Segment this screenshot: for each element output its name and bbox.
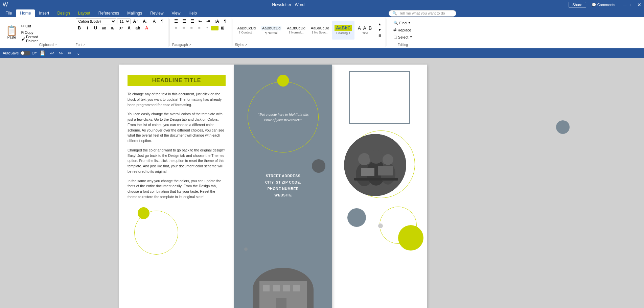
font-size-select[interactable]: 11 <box>117 18 131 24</box>
highlight-button[interactable]: ab <box>133 25 142 31</box>
format-painter-label: Format Painter <box>26 35 38 43</box>
address-line4: WEBSITE <box>265 192 301 198</box>
svg-rect-5 <box>293 285 300 291</box>
style-heading1[interactable]: AaBbC Heading 1 <box>332 21 354 40</box>
style-normal2[interactable]: AaBbCcDd ¶ Normal... <box>284 21 307 40</box>
show-paragraph-button[interactable]: ¶ <box>222 18 229 24</box>
share-button[interactable]: Share <box>569 2 586 8</box>
cut-button[interactable]: ✂ Cut <box>20 23 39 29</box>
format-painter-icon: 🖌 <box>21 37 25 41</box>
search-icon: 🔍 <box>392 11 397 16</box>
decrease-font-button[interactable]: A↓ <box>141 18 150 24</box>
superscript-button[interactable]: X² <box>117 26 124 31</box>
styles-scroll-down[interactable]: ▼ <box>376 27 384 32</box>
align-left-button[interactable]: ≡ <box>172 25 180 31</box>
search-bar[interactable]: 🔍 Tell me what you want to do <box>389 10 456 17</box>
increase-font-button[interactable]: A↑ <box>131 18 140 24</box>
style-nospace-label: ¶ No Spac... <box>312 31 328 34</box>
tab-view[interactable]: View <box>168 9 185 17</box>
bullets-button[interactable]: ☰ <box>172 18 180 24</box>
style-nospace-preview: AaBbCcDd <box>311 26 329 30</box>
tab-help[interactable]: Help <box>184 9 201 17</box>
quote-circle[interactable]: “Put a quote here to highlight this issu… <box>248 81 319 152</box>
style-nospace[interactable]: AaBbCcDd ¶ No Spac... <box>308 21 331 40</box>
paragraph-expand-icon[interactable]: ↗ <box>189 43 191 46</box>
editing-controls: 🔍 Find ▼ ⇄ Replace ⬚ Select ▼ <box>390 18 416 42</box>
align-center-button[interactable]: ≡ <box>180 25 187 31</box>
bold-button[interactable]: B <box>76 25 83 31</box>
body-text-1[interactable]: To change any of the text in this docume… <box>128 92 226 108</box>
italic-button[interactable]: I <box>84 25 91 31</box>
undo-button[interactable]: ↩ <box>48 49 56 57</box>
paste-button[interactable]: 📋 Paste <box>3 18 20 47</box>
cut-label: Cut <box>25 24 31 28</box>
close-icon[interactable]: ✕ <box>637 2 641 7</box>
numbering-button[interactable]: ☰ <box>180 18 188 24</box>
multilevel-button[interactable]: ☰ <box>188 18 196 24</box>
styles-expand-icon[interactable]: ↗ <box>245 43 247 46</box>
styles-expand[interactable]: ⊞ <box>376 33 384 38</box>
font-color-button[interactable]: A <box>143 25 151 31</box>
sort-button[interactable]: ↕A <box>212 18 221 24</box>
svg-rect-15 <box>361 168 374 176</box>
comments-button[interactable]: 💬 Comments <box>590 2 617 8</box>
strikethrough-button[interactable]: ab <box>100 25 108 31</box>
borders-button[interactable]: ⊞ <box>219 25 226 31</box>
autosave-label: AutoSave <box>3 51 19 55</box>
styles-scroll-up[interactable]: ▲ <box>376 22 384 27</box>
select-button[interactable]: ⬚ Select ▼ <box>391 34 415 40</box>
minimize-icon[interactable]: ─ <box>623 2 627 7</box>
body-text-3[interactable]: Changed the color and want to go back to… <box>128 148 226 174</box>
image-placeholder <box>349 71 410 124</box>
style-contact[interactable]: AaBbCcDd ¶ Contact... <box>235 21 258 40</box>
format-painter-button[interactable]: 🖌 Format Painter <box>20 36 39 42</box>
replace-button[interactable]: ⇄ Replace <box>391 27 414 33</box>
autosave-toggle-switch[interactable] <box>20 51 30 55</box>
more-qa-button[interactable]: ⌄ <box>75 49 82 57</box>
svg-point-9 <box>358 153 370 165</box>
subscript-button[interactable]: X₂ <box>109 26 117 31</box>
autosave-state: Off <box>32 51 37 55</box>
body-text-4[interactable]: In the same way you change the colors, y… <box>128 179 226 200</box>
tab-mailings[interactable]: Mailings <box>123 9 146 17</box>
redo-button[interactable]: ↪ <box>57 49 65 57</box>
decrease-indent-button[interactable]: ⇤ <box>197 18 204 24</box>
style-title[interactable]: A A B Title <box>355 21 375 40</box>
body-text-2[interactable]: You can easily change the overall colors… <box>128 112 226 144</box>
title-bar-right: Share 💬 Comments ─ □ ✕ <box>569 2 641 8</box>
title-bar-left: W <box>3 2 8 8</box>
tab-layout[interactable]: Layout <box>74 9 94 17</box>
middle-dark-circle <box>312 159 325 173</box>
tab-insert[interactable]: Insert <box>35 9 53 17</box>
clipboard-expand-icon[interactable]: ↗ <box>54 43 57 46</box>
address-section[interactable]: STREET ADDRESS CITY, ST ZIP CODE. PHONE … <box>265 173 301 198</box>
increase-indent-button[interactable]: ⇥ <box>204 18 212 24</box>
align-right-button[interactable]: ≡ <box>188 25 195 31</box>
photo-circle-container <box>344 131 415 202</box>
find-button[interactable]: 🔍 Find ▼ <box>391 20 413 26</box>
tab-home[interactable]: Home <box>16 9 35 17</box>
tab-design[interactable]: Design <box>53 9 74 17</box>
font-name-select[interactable]: Calibri (Body) <box>76 18 116 24</box>
tab-review[interactable]: Review <box>146 9 167 17</box>
style-heading1-preview: AaBbC <box>335 25 352 31</box>
shading-button[interactable] <box>211 26 218 30</box>
tab-file[interactable]: File <box>1 9 16 17</box>
font-expand-icon[interactable]: ↗ <box>83 43 86 46</box>
style-contact-preview: AaBbCcDd <box>237 26 256 30</box>
clear-format-button[interactable]: A <box>151 18 158 24</box>
maximize-icon[interactable]: □ <box>631 2 633 7</box>
show-formatting-button[interactable]: ¶ <box>159 18 166 24</box>
building-svg <box>253 268 314 308</box>
underline-button[interactable]: U <box>92 25 99 31</box>
save-button[interactable]: 💾 <box>38 49 47 57</box>
style-normal[interactable]: AaBbCcDd ¶ Normal <box>259 21 284 40</box>
text-color-button[interactable]: A <box>125 25 133 31</box>
draw-button[interactable]: ✏ <box>66 49 73 57</box>
headline-box[interactable]: HEADLINE TITLE <box>128 75 226 86</box>
quick-access-toolbar: AutoSave Off 💾 ↩ ↪ ✏ ⌄ <box>0 48 644 58</box>
style-heading1-label: Heading 1 <box>336 31 350 35</box>
tab-references[interactable]: References <box>94 9 123 17</box>
line-spacing-button[interactable]: ↕ <box>203 25 211 31</box>
justify-button[interactable]: ≡ <box>196 25 203 31</box>
